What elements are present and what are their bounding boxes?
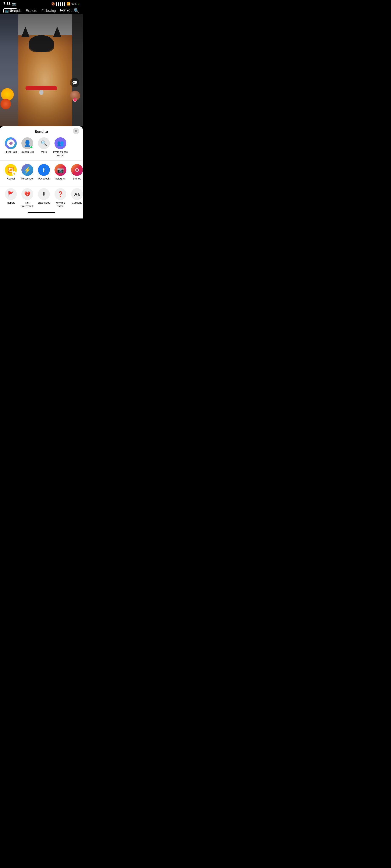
not-interested-icon: 💔 xyxy=(22,188,33,200)
camera-status-icon: 📷 xyxy=(12,2,16,6)
stories-plus-icon: ⊕ xyxy=(74,167,79,173)
contacts-row: 👾 TikTok Tako 👤 Lauren Deli 🔍 More xyxy=(0,135,83,160)
battery-text: 92% xyxy=(71,2,77,5)
instagram-camera-icon: 📷 xyxy=(57,167,64,173)
tv-icon: 📺 xyxy=(5,9,9,12)
why-this-video-icon: ❓ xyxy=(55,188,66,200)
close-icon: ✕ xyxy=(75,129,78,133)
flag-icon: 🚩 xyxy=(8,191,14,197)
action-captions[interactable]: Aa Captions xyxy=(69,188,83,208)
contact-more[interactable]: 🔍 More xyxy=(36,137,51,157)
battery-dot: ● xyxy=(78,3,79,5)
status-icons: 🔕 ▌▌▌▌▌ 📶 92% ● xyxy=(51,2,79,5)
messenger-label: Messenger xyxy=(21,177,33,181)
app-repost[interactable]: 🔁 👆 Repost xyxy=(3,164,18,184)
tab-for-you[interactable]: For You xyxy=(60,8,72,13)
avatar-container: + xyxy=(70,91,80,101)
tiktok-tako-name: TikTok Tako xyxy=(4,151,18,154)
facebook-label: Facebook xyxy=(38,177,50,181)
stories-icon: ⊕ xyxy=(71,164,83,176)
contact-tiktok-tako[interactable]: 👾 TikTok Tako xyxy=(3,137,18,157)
app-facebook[interactable]: f Facebook xyxy=(36,164,51,184)
status-time: 7:33 xyxy=(3,2,10,6)
search-avatar-icon: 🔍 xyxy=(38,137,50,149)
video-area[interactable]: 💬 + xyxy=(0,14,83,126)
lauren-deli-avatar-container: 👤 xyxy=(22,137,33,149)
captions-icon: Aa xyxy=(71,188,83,200)
contact-lauren-deli[interactable]: 👤 Lauren Deli xyxy=(20,137,35,157)
not-interested-label: Not interested xyxy=(20,201,35,208)
panel-title: Send to xyxy=(35,130,48,134)
tab-explore[interactable]: Explore xyxy=(26,9,37,13)
aa-icon: Aa xyxy=(74,192,80,197)
tab-following[interactable]: Following xyxy=(41,9,56,13)
lauren-deli-name: Lauren Deli xyxy=(21,151,34,154)
add-person-icon: 👥 xyxy=(57,140,64,147)
action-save-video[interactable]: ⬇ Save video xyxy=(36,188,51,208)
app-instagram[interactable]: 📷 Instagram xyxy=(53,164,68,184)
video-overlay xyxy=(0,14,83,126)
app-stories[interactable]: ⊕ Stories xyxy=(69,164,83,184)
download-icon: ⬇ xyxy=(42,191,46,197)
action-why-this-video[interactable]: ❓ Why this video xyxy=(53,188,68,208)
messenger-icon: ⚡ xyxy=(22,164,33,176)
instagram-label: Instagram xyxy=(55,177,66,181)
action-report[interactable]: 🚩 Report xyxy=(3,188,18,208)
home-indicator xyxy=(0,211,83,214)
facebook-f-icon: f xyxy=(43,166,45,174)
instagram-icon: 📷 xyxy=(55,164,66,176)
invite-avatar-icon: 👥 xyxy=(55,137,66,149)
report-label: Report xyxy=(7,201,14,205)
save-video-label: Save video xyxy=(37,201,50,205)
app-messenger[interactable]: ⚡ Messenger xyxy=(20,164,35,184)
close-button[interactable]: ✕ xyxy=(73,128,79,134)
save-video-icon: ⬇ xyxy=(38,188,50,200)
report-icon: 🚩 xyxy=(5,188,17,200)
comment-button[interactable]: 💬 xyxy=(70,78,79,87)
home-bar xyxy=(28,212,55,213)
apps-row: 🔁 👆 Repost ⚡ Messenger f Facebook 📷 Inst… xyxy=(0,161,83,186)
wifi-icon: 📶 xyxy=(67,2,70,5)
more-name: More xyxy=(41,151,47,154)
signal-icon: ▌▌▌▌▌ xyxy=(56,2,66,5)
stories-label: Stories xyxy=(73,177,81,181)
messenger-lightning-icon: ⚡ xyxy=(24,166,31,174)
why-this-video-label: Why this video xyxy=(53,201,68,208)
divider-1 xyxy=(0,160,83,161)
mute-icon: 🔕 xyxy=(51,2,55,5)
invite-avatar: 👥 xyxy=(55,137,66,149)
repost-label: Repost xyxy=(7,177,15,181)
more-avatar: 🔍 xyxy=(38,137,50,149)
live-label: LIVE xyxy=(9,9,16,12)
status-bar: 7:33 📷 🔕 ▌▌▌▌▌ 📶 92% ● xyxy=(0,0,83,7)
top-nav: 📺 LIVE Friends Explore Following For You… xyxy=(0,7,83,14)
cursor-overlay: 👆 xyxy=(12,171,16,176)
user-avatar-icon: 👤 xyxy=(24,140,31,147)
search-button[interactable]: 🔍 xyxy=(73,8,79,13)
comment-icon: 💬 xyxy=(72,80,78,85)
panel-header: Send to ✕ xyxy=(0,126,83,135)
question-icon: ❓ xyxy=(57,191,64,197)
contact-invite[interactable]: 👥 Invite friends to chat xyxy=(53,137,68,157)
nav-tabs: Friends Explore Following For You xyxy=(10,8,72,13)
online-indicator xyxy=(30,146,33,149)
broken-heart-icon: 💔 xyxy=(24,191,31,197)
right-actions: 💬 + xyxy=(70,78,80,101)
live-badge[interactable]: 📺 LIVE xyxy=(3,8,17,13)
invite-name: Invite friends to chat xyxy=(53,151,68,157)
captions-label: Captions xyxy=(72,201,82,205)
follow-plus-badge[interactable]: + xyxy=(73,98,77,102)
share-panel: Send to ✕ 👾 TikTok Tako 👤 Lauren Del xyxy=(0,126,83,218)
tiktok-tako-avatar: 👾 xyxy=(5,137,17,149)
tiktok-tako-icon: 👾 xyxy=(7,140,14,147)
facebook-icon: f xyxy=(38,164,50,176)
repost-icon: 🔁 👆 xyxy=(5,164,17,176)
actions-row: 🚩 Report 💔 Not interested ⬇ Save video ❓… xyxy=(0,187,83,211)
action-not-interested[interactable]: 💔 Not interested xyxy=(20,188,35,208)
